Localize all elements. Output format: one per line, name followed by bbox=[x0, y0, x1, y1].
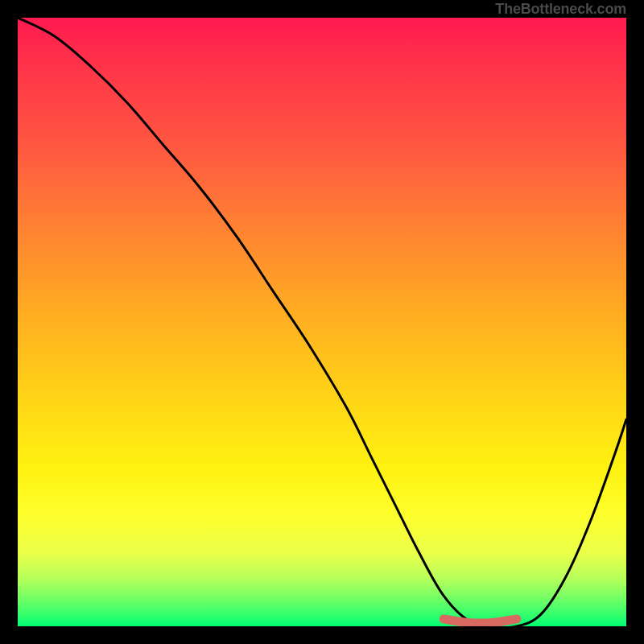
curve-layer bbox=[18, 18, 626, 626]
bottleneck-curve bbox=[18, 18, 626, 626]
plot-area bbox=[18, 18, 626, 626]
optimal-band-marker bbox=[444, 619, 517, 623]
chart-frame: TheBottleneck.com bbox=[0, 0, 644, 644]
watermark-text: TheBottleneck.com bbox=[495, 0, 626, 18]
